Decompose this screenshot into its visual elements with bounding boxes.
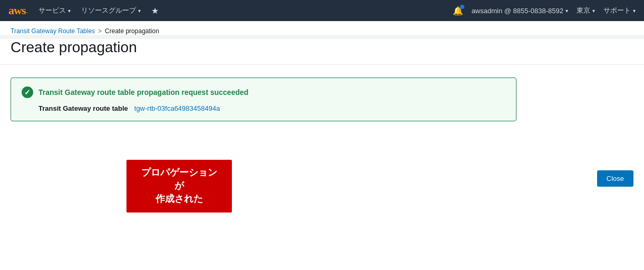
- account-chevron-icon: ▾: [565, 8, 568, 14]
- notification-dot: [460, 5, 464, 9]
- services-menu[interactable]: サービス ▾: [38, 6, 71, 15]
- alert-body-label: Transit Gateway route table: [38, 104, 128, 112]
- annotation-line2: 作成された: [137, 192, 221, 206]
- alert-body: Transit Gateway route table tgw-rtb-03fc…: [22, 104, 505, 112]
- services-chevron-icon: ▾: [68, 8, 71, 14]
- top-navigation: aws ⌣ サービス ▾ リソースグループ ▾ ★ 🔔 awsadmin @ 8…: [0, 0, 644, 21]
- breadcrumb-current: Create propagation: [105, 27, 159, 35]
- resources-chevron-icon: ▾: [138, 8, 141, 14]
- close-button-area: Close: [597, 170, 633, 187]
- support-menu[interactable]: サポート ▾: [603, 6, 636, 15]
- nav-right-section: 🔔 awsadmin @ 8855-0838-8592 ▾ 東京 ▾ サポート …: [453, 6, 636, 16]
- annotation-line1: プロパゲーションが: [137, 166, 221, 192]
- close-button[interactable]: Close: [597, 170, 633, 187]
- alert-title: Transit Gateway route table propagation …: [38, 88, 248, 97]
- notifications-bell-icon[interactable]: 🔔: [453, 6, 463, 16]
- aws-logo[interactable]: aws ⌣: [8, 4, 28, 17]
- breadcrumb-link[interactable]: Transit Gateway Route Tables: [11, 27, 95, 35]
- alert-header: ✓ Transit Gateway route table propagatio…: [22, 86, 505, 98]
- region-menu[interactable]: 東京 ▾: [577, 6, 595, 15]
- page-title-area: Create propagation: [0, 39, 644, 65]
- bookmark-icon[interactable]: ★: [151, 6, 159, 16]
- account-menu[interactable]: awsadmin @ 8855-0838-8592 ▾: [472, 7, 568, 15]
- main-content: ✓ Transit Gateway route table propagatio…: [0, 65, 644, 270]
- breadcrumb-area: Transit Gateway Route Tables > Create pr…: [0, 21, 644, 35]
- route-table-link[interactable]: tgw-rtb-03fca64983458494a: [134, 104, 220, 112]
- support-chevron-icon: ▾: [633, 8, 636, 14]
- annotation-box: プロパゲーションが 作成された: [126, 160, 232, 213]
- resources-menu[interactable]: リソースグループ ▾: [81, 6, 141, 15]
- success-alert: ✓ Transit Gateway route table propagatio…: [11, 78, 516, 121]
- region-chevron-icon: ▾: [592, 8, 595, 14]
- breadcrumb-separator: >: [98, 27, 102, 35]
- breadcrumb: Transit Gateway Route Tables > Create pr…: [11, 27, 633, 35]
- page-title: Create propagation: [11, 39, 633, 56]
- checkmark-icon: ✓: [24, 89, 31, 96]
- success-icon: ✓: [22, 86, 33, 98]
